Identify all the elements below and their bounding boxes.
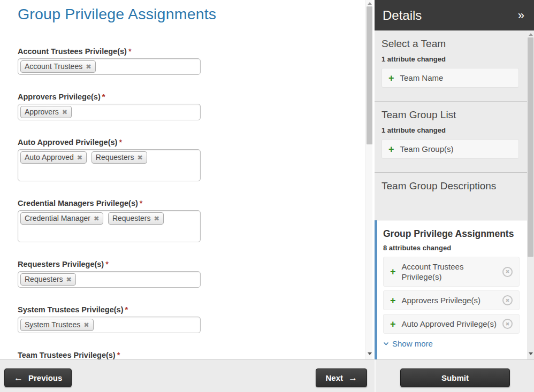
details-scrollbar-thumb[interactable] (528, 37, 533, 257)
field-label: Credential Managers Privilege(s)* (18, 199, 201, 207)
required-marker: * (117, 351, 120, 359)
required-marker: * (119, 138, 122, 147)
remove-tag-icon[interactable]: ✖ (137, 154, 142, 162)
section-title: Select a Team (382, 38, 519, 50)
app-window: Group Privilege Assignments Account Trus… (0, 0, 534, 392)
tag-label: Approvers (25, 107, 59, 116)
attributes-changed-count: 1 attribute changed (382, 55, 519, 63)
required-marker: * (125, 305, 128, 314)
remove-tag-icon[interactable]: ✖ (83, 321, 89, 329)
scroll-up-icon[interactable] (368, 2, 372, 5)
revert-attribute-icon[interactable]: ✖ (502, 319, 513, 329)
footer-bar: ← Previous Next → Submit (0, 359, 534, 392)
scroll-down-icon[interactable] (368, 352, 372, 355)
attribute-label: Approvers Privilege(s) (402, 295, 498, 305)
field-label-text: System Trustees Privilege(s) (18, 305, 123, 314)
attribute-label: Team Group(s) (400, 144, 512, 154)
field-system-trustees: System Trustees Privilege(s)* System Tru… (18, 305, 201, 333)
revert-attribute-icon[interactable]: ✖ (502, 267, 513, 277)
changed-attribute-row: + Team Name (382, 68, 519, 88)
field-label-text: Team Trustees Privilege(s) (18, 351, 116, 359)
details-scrollbar[interactable] (527, 30, 534, 359)
next-button-label: Next (325, 373, 343, 382)
show-more-label: Show more (392, 339, 433, 348)
details-panel: Select a Team 1 attribute changed + Team… (375, 30, 527, 359)
required-marker: * (102, 93, 105, 101)
field-label-text: Auto Approved Privilege(s) (18, 138, 117, 147)
changed-attribute-row: + Team Group(s) (382, 139, 519, 159)
details-section-group-privilege-assignments: Group Privilege Assignments 8 attributes… (375, 220, 527, 359)
attribute-label: Team Name (400, 73, 512, 83)
required-marker: * (128, 47, 132, 56)
tag-label: Account Trustees (25, 62, 82, 71)
remove-tag-icon[interactable]: ✖ (154, 215, 159, 222)
main-scrollbar-thumb[interactable] (367, 6, 372, 144)
field-approvers: Approvers Privilege(s)* Approvers✖ (18, 93, 201, 120)
tag-chip: System Trustees✖ (20, 319, 94, 331)
required-marker: * (105, 260, 109, 268)
arrow-right-icon: → (348, 373, 357, 382)
tag-input-system-trustees[interactable]: System Trustees✖ (18, 317, 201, 333)
tag-input-account-trustees[interactable]: Account Trustees✖ (18, 58, 201, 75)
submit-button[interactable]: Submit (400, 368, 510, 387)
submit-button-label: Submit (441, 373, 469, 382)
field-label: System Trustees Privilege(s)* (18, 305, 201, 314)
plus-icon: + (388, 73, 394, 83)
field-team-trustees: Team Trustees Privilege(s)* Team Trustee… (18, 351, 201, 359)
arrow-left-icon: ← (14, 373, 23, 382)
details-section-team-group-list: Team Group List 1 attribute changed + Te… (375, 102, 527, 173)
tag-label: Requesters (25, 275, 63, 283)
remove-tag-icon[interactable]: ✖ (66, 276, 72, 283)
tag-label: Auto Approved (25, 153, 74, 162)
tag-input-requesters[interactable]: Requesters✖ (18, 271, 201, 288)
details-section-team-group-descriptions: Team Group Descriptions (375, 173, 527, 220)
revert-attribute-icon[interactable]: ✖ (502, 295, 513, 305)
field-label: Account Trustees Privilege(s)* (18, 47, 201, 56)
tag-chip: Requesters✖ (108, 212, 164, 225)
attributes-changed-count: 1 attribute changed (382, 126, 519, 134)
field-credential-managers: Credential Managers Privilege(s)* Creden… (18, 199, 201, 242)
plus-icon: + (388, 144, 394, 154)
plus-icon: + (390, 319, 396, 329)
field-label-text: Account Trustees Privilege(s) (18, 47, 127, 56)
field-auto-approved: Auto Approved Privilege(s)* Auto Approve… (18, 138, 201, 181)
field-label-text: Credential Managers Privilege(s) (18, 199, 138, 207)
main-scrollbar[interactable] (365, 0, 372, 359)
scroll-down-icon[interactable] (529, 352, 533, 355)
attribute-label: Account Trustees Privilege(s) (402, 262, 498, 282)
attribute-label: Auto Approved Privilege(s) (402, 319, 498, 329)
field-requesters: Requesters Privilege(s)* Requesters✖ (18, 260, 201, 288)
footer-form-actions: ← Previous Next → (0, 359, 375, 392)
section-title: Team Group Descriptions (382, 180, 519, 192)
changed-attribute-row: + Approvers Privilege(s) ✖ (383, 290, 520, 310)
field-account-trustees: Account Trustees Privilege(s)* Account T… (18, 47, 201, 75)
tag-label: Credential Manager (25, 214, 90, 222)
tag-input-approvers[interactable]: Approvers✖ (18, 104, 201, 120)
section-title: Team Group List (382, 109, 519, 121)
footer-submit-area: Submit (375, 359, 534, 392)
previous-button[interactable]: ← Previous (4, 368, 72, 387)
details-title: Details (383, 8, 422, 23)
remove-tag-icon[interactable]: ✖ (77, 154, 82, 162)
collapse-panel-icon[interactable]: » (518, 10, 524, 21)
tag-label: Requesters (96, 153, 134, 162)
scroll-up-icon[interactable] (529, 33, 533, 36)
remove-tag-icon[interactable]: ✖ (94, 215, 99, 222)
tag-chip: Credential Manager✖ (20, 212, 103, 225)
tag-chip: Approvers✖ (20, 106, 72, 118)
plus-icon: + (390, 296, 396, 305)
tag-chip: Account Trustees✖ (20, 60, 96, 73)
field-label: Team Trustees Privilege(s)* (18, 351, 201, 359)
show-more-link[interactable]: Show more (383, 339, 433, 348)
page-title: Group Privilege Assignments (18, 5, 365, 23)
field-label: Auto Approved Privilege(s)* (18, 138, 201, 147)
tag-input-auto-approved[interactable]: Auto Approved✖ Requesters✖ (18, 149, 201, 181)
remove-tag-icon[interactable]: ✖ (86, 63, 91, 71)
tag-input-credential-managers[interactable]: Credential Manager✖ Requesters✖ (18, 210, 201, 242)
required-marker: * (140, 199, 143, 207)
next-button[interactable]: Next → (316, 368, 367, 387)
tag-chip: Requesters✖ (20, 273, 76, 286)
section-title: Group Privilege Assignments (383, 228, 520, 240)
tag-chip: Requesters✖ (91, 151, 147, 164)
remove-tag-icon[interactable]: ✖ (62, 109, 67, 116)
